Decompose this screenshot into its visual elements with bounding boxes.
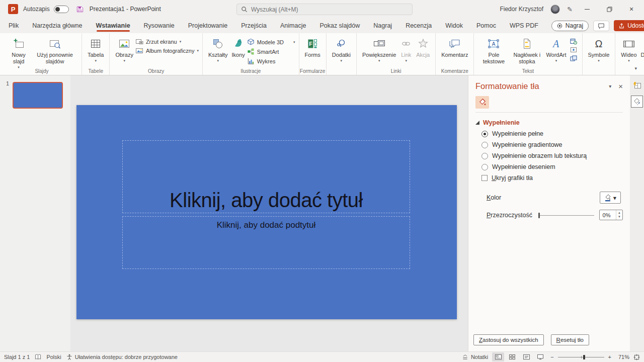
pictures-button[interactable]: Obrazy▾ xyxy=(113,35,135,64)
slideshow-view-button[interactable] xyxy=(534,352,546,361)
fill-section-title[interactable]: Wypełnienie xyxy=(483,119,520,126)
chevron-down-icon: ▾ xyxy=(588,59,610,63)
slider-thumb[interactable] xyxy=(538,213,540,218)
transparency-spinbox[interactable]: 0% ▲▼ xyxy=(599,210,623,220)
tab-wps-pdf[interactable]: WPS PDF xyxy=(509,19,539,32)
comments-button[interactable] xyxy=(593,21,609,31)
color-picker-button[interactable]: ▾ xyxy=(600,192,621,204)
record-button[interactable]: Nagraj xyxy=(551,21,589,31)
group-label-comments: Komentarze xyxy=(436,68,473,74)
designer-icon[interactable] xyxy=(631,79,643,92)
smartart-button[interactable]: SmartArt xyxy=(247,48,295,55)
tab-widok[interactable]: Widok xyxy=(445,19,463,32)
photo-album-button[interactable]: Album fotograficzny ▾ xyxy=(135,47,199,54)
new-slide-button[interactable]: Nowy slajd▾ xyxy=(6,35,32,71)
slide-indicator[interactable]: Slajd 1 z 1 xyxy=(4,354,30,360)
forms-button[interactable]: F Forms xyxy=(303,35,323,60)
tab-narzedzia-glowne[interactable]: Narzędzia główne xyxy=(32,19,83,32)
tab-pomoc[interactable]: Pomoc xyxy=(476,19,497,32)
hide-background-checkbox[interactable]: Ukryj grafiki tła xyxy=(468,172,630,184)
tab-recenzja[interactable]: Recenzja xyxy=(405,19,432,32)
addins-button[interactable]: Dodatki▾ xyxy=(330,35,353,64)
zoom-level[interactable]: 71% xyxy=(615,354,629,360)
tab-pokaz-slajdow[interactable]: Pokaz slajdów xyxy=(319,19,360,32)
share-button[interactable]: Udostępnij xyxy=(614,20,644,31)
autosave-toggle[interactable] xyxy=(54,6,69,13)
slide[interactable]: Kliknij, aby dodać tytuł Kliknij, aby do… xyxy=(76,105,457,319)
reuse-slides-button[interactable]: Użyj ponownie slajdów xyxy=(32,35,78,66)
restore-button[interactable] xyxy=(602,3,617,15)
comment-button[interactable]: Komentarz xyxy=(439,35,470,60)
option-solid-fill[interactable]: Wypełnienie pełne xyxy=(468,128,630,139)
link-label: Link xyxy=(401,52,411,58)
date-time-button[interactable] xyxy=(570,38,578,45)
option-picture-fill[interactable]: Wypełnienie obrazem lub teksturą xyxy=(468,150,630,161)
symbols-button[interactable]: Ω Symbole▾ xyxy=(586,35,612,64)
slide-sorter-view-button[interactable] xyxy=(506,352,518,361)
wordart-button[interactable]: A WordArt▾ xyxy=(544,35,568,64)
table-button[interactable]: Tabela▾ xyxy=(86,35,106,64)
section-collapse-icon[interactable] xyxy=(475,121,479,125)
slide-thumbnail[interactable] xyxy=(13,82,63,109)
notes-toggle[interactable]: Notatki xyxy=(462,354,488,360)
tab-plik[interactable]: Plik xyxy=(8,19,19,32)
reset-background-button[interactable]: Resetuj tło xyxy=(551,334,589,345)
format-background-panel: Formatowanie tła ▾ × Wypełnienie Wypełni… xyxy=(468,75,630,351)
language-indicator[interactable]: Polski xyxy=(46,354,61,360)
format-background-pane-icon[interactable] xyxy=(631,96,643,108)
avatar[interactable] xyxy=(550,5,560,14)
zoom-slider[interactable] xyxy=(558,354,604,360)
shapes-button[interactable]: Kształty▾ xyxy=(206,35,230,64)
apply-to-all-button[interactable]: Zastosuj do wszystkich xyxy=(473,334,544,345)
option-gradient-fill[interactable]: Wypełnienie gradientowe xyxy=(468,139,630,150)
transparency-slider[interactable] xyxy=(538,212,594,218)
tab-animacje[interactable]: Animacje xyxy=(280,19,306,32)
normal-view-button[interactable] xyxy=(492,352,504,361)
tab-przejscia[interactable]: Przejścia xyxy=(240,19,267,32)
chart-button[interactable]: Wykres xyxy=(247,57,295,65)
close-button[interactable]: × xyxy=(624,3,639,15)
video-button[interactable]: Wideo▾ xyxy=(619,35,638,64)
action-button[interactable]: Akcja xyxy=(414,35,432,60)
pen-icon[interactable]: ✎ xyxy=(567,6,573,13)
powerpoint-logo-icon[interactable]: P xyxy=(8,4,18,14)
audio-button[interactable]: Dźwięk▾ xyxy=(639,35,644,64)
title-bar: P Autozapis Prezentacja1 - PowerPoint Fi… xyxy=(0,0,644,18)
hide-background-label: Ukryj grafiki tła xyxy=(492,174,533,182)
save-icon[interactable] xyxy=(76,6,84,13)
user-name[interactable]: Fiedor Krzysztof xyxy=(500,6,543,13)
link-button[interactable]: Link▾ xyxy=(398,35,414,64)
collapse-ribbon-icon[interactable]: ▾ xyxy=(634,66,637,71)
tab-wstawianie[interactable]: Wstawianie xyxy=(96,19,131,32)
zoom-in-button[interactable]: + xyxy=(608,354,611,360)
header-footer-button[interactable]: Nagłówek i stopka xyxy=(510,35,544,66)
fill-tab-icon[interactable] xyxy=(475,96,489,109)
tab-rysowanie[interactable]: Rysowanie xyxy=(143,19,175,32)
reading-view-button[interactable] xyxy=(520,352,532,361)
search-input[interactable] xyxy=(251,6,408,13)
accessibility-status[interactable]: Ułatwienia dostępu: dobrze przygotowane xyxy=(66,354,178,360)
screenshot-button[interactable]: Zrzut ekranu ▾ xyxy=(135,38,199,45)
search-box[interactable] xyxy=(236,4,413,15)
slide-number-button[interactable] xyxy=(570,46,578,53)
svg-text:A: A xyxy=(492,41,496,47)
object-button[interactable] xyxy=(570,55,578,62)
option-pattern-fill[interactable]: Wypełnienie deseniem xyxy=(468,161,630,172)
zoom-thumb[interactable] xyxy=(583,355,585,359)
zoom-out-button[interactable]: − xyxy=(550,354,553,360)
3d-models-button[interactable]: Modele 3D ▾ xyxy=(247,38,295,46)
icons-button[interactable]: Ikony xyxy=(230,35,247,60)
text-box-button[interactable]: A Pole tekstowe xyxy=(477,35,510,66)
zoom-button[interactable]: Powiększenie▾ xyxy=(360,35,398,64)
panel-menu-icon[interactable]: ▾ xyxy=(609,83,611,89)
minimize-button[interactable] xyxy=(580,3,595,15)
subtitle-placeholder[interactable]: Kliknij, aby dodać podtytuł xyxy=(122,216,410,269)
tab-nagraj[interactable]: Nagraj xyxy=(373,19,392,32)
title-placeholder[interactable]: Kliknij, aby dodać tytuł xyxy=(122,140,410,213)
panel-close-icon[interactable]: × xyxy=(618,82,623,90)
tab-projektowanie[interactable]: Projektowanie xyxy=(188,19,228,32)
chart-label: Wykres xyxy=(257,58,276,64)
spellcheck-book-icon[interactable] xyxy=(35,354,41,360)
spin-arrows[interactable]: ▲▼ xyxy=(616,210,622,220)
fit-to-window-button[interactable] xyxy=(633,354,640,360)
